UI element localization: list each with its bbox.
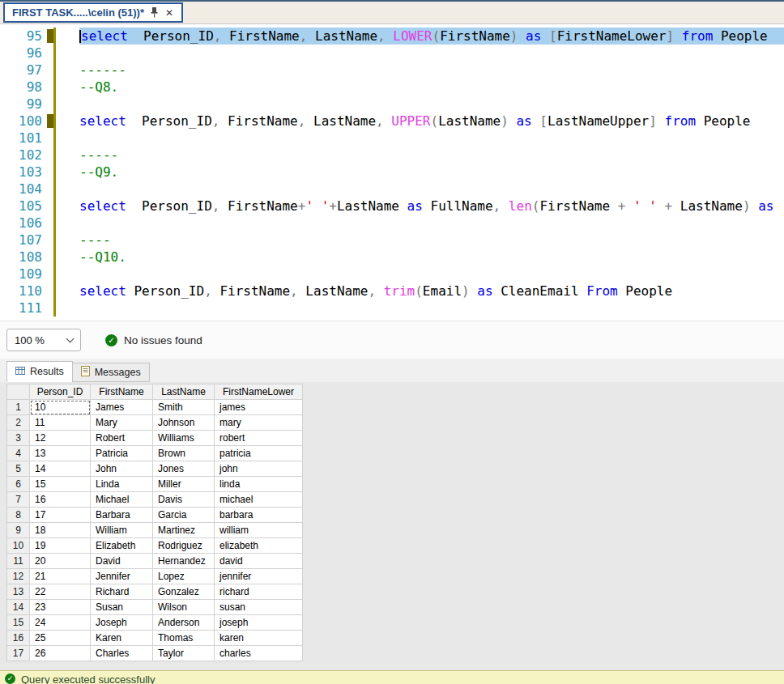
grid-cell[interactable]: 13 bbox=[30, 446, 91, 461]
row-number[interactable]: 13 bbox=[7, 584, 30, 600]
row-number[interactable]: 10 bbox=[7, 538, 30, 554]
code-editor[interactable]: 95select Person_ID, FirstName, LastName,… bbox=[0, 24, 784, 321]
grid-column-header[interactable]: Person_ID bbox=[30, 384, 91, 400]
grid-cell[interactable]: susan bbox=[215, 600, 303, 615]
row-number[interactable]: 9 bbox=[7, 523, 30, 538]
grid-cell[interactable]: John bbox=[91, 461, 153, 477]
grid-cell[interactable]: Garcia bbox=[153, 508, 215, 523]
code-line[interactable]: 101 bbox=[0, 130, 784, 147]
results-grid[interactable]: Person_IDFirstNameLastNameFirstNameLower… bbox=[6, 384, 303, 661]
grid-cell[interactable]: 12 bbox=[30, 431, 91, 446]
grid-cell[interactable]: Joseph bbox=[91, 615, 153, 631]
grid-cell[interactable]: 26 bbox=[30, 646, 91, 661]
grid-cell[interactable]: Anderson bbox=[153, 615, 215, 631]
grid-cell[interactable]: david bbox=[215, 554, 303, 569]
grid-cell[interactable]: william bbox=[215, 523, 303, 538]
code-line[interactable]: 103--Q9. bbox=[0, 164, 784, 181]
grid-cell[interactable]: linda bbox=[215, 477, 303, 492]
code-line[interactable]: 96 bbox=[0, 45, 784, 62]
grid-cell[interactable]: Martinez bbox=[153, 523, 215, 538]
grid-cell[interactable]: Susan bbox=[91, 600, 153, 615]
grid-cell[interactable]: 16 bbox=[30, 492, 91, 508]
code-line[interactable]: 107---- bbox=[0, 232, 784, 249]
grid-cell[interactable]: Barbara bbox=[91, 508, 153, 523]
code-line[interactable]: 108--Q10. bbox=[0, 249, 784, 266]
code-line[interactable]: 104 bbox=[0, 181, 784, 198]
grid-cell[interactable]: William bbox=[91, 523, 153, 538]
grid-cell[interactable]: Elizabeth bbox=[91, 538, 153, 554]
row-number[interactable]: 4 bbox=[7, 446, 30, 461]
row-number[interactable]: 7 bbox=[7, 492, 30, 508]
grid-cell[interactable]: Richard bbox=[91, 584, 153, 600]
grid-column-header[interactable]: FirstNameLower bbox=[215, 384, 303, 400]
grid-cell[interactable]: 23 bbox=[30, 600, 91, 615]
grid-cell[interactable]: 10 bbox=[30, 400, 91, 415]
grid-cell[interactable]: 14 bbox=[30, 461, 91, 477]
zoom-dropdown[interactable]: 100 % bbox=[6, 329, 81, 351]
row-number[interactable]: 8 bbox=[7, 508, 30, 523]
grid-column-header[interactable]: LastName bbox=[153, 384, 215, 400]
pin-icon[interactable] bbox=[150, 7, 159, 18]
grid-cell[interactable]: James bbox=[91, 400, 153, 415]
grid-cell[interactable]: barbara bbox=[215, 508, 303, 523]
grid-cell[interactable]: Patricia bbox=[91, 446, 153, 461]
grid-cell[interactable]: 25 bbox=[30, 631, 91, 646]
grid-cell[interactable]: Hernandez bbox=[153, 554, 215, 569]
grid-cell[interactable]: Williams bbox=[153, 431, 215, 446]
row-number[interactable]: 17 bbox=[7, 646, 30, 661]
code-line[interactable]: 111 bbox=[0, 300, 784, 317]
row-number[interactable]: 14 bbox=[7, 600, 30, 615]
grid-cell[interactable]: 22 bbox=[30, 584, 91, 600]
grid-cell[interactable]: Karen bbox=[91, 631, 153, 646]
code-line[interactable]: 97------ bbox=[0, 62, 784, 79]
row-number[interactable]: 11 bbox=[7, 554, 30, 569]
grid-cell[interactable]: 17 bbox=[30, 508, 91, 523]
grid-cell[interactable]: Wilson bbox=[153, 600, 215, 615]
grid-cell[interactable]: 20 bbox=[30, 554, 91, 569]
grid-cell[interactable]: Jones bbox=[153, 461, 215, 477]
grid-column-header[interactable]: FirstName bbox=[91, 384, 153, 400]
grid-corner[interactable] bbox=[7, 384, 30, 400]
grid-cell[interactable]: 11 bbox=[30, 415, 91, 431]
grid-cell[interactable]: Taylor bbox=[153, 646, 215, 661]
grid-cell[interactable]: mary bbox=[215, 415, 303, 431]
row-number[interactable]: 5 bbox=[7, 461, 30, 477]
code-line[interactable]: 99 bbox=[0, 96, 784, 113]
grid-cell[interactable]: richard bbox=[215, 584, 303, 600]
code-line[interactable]: 106 bbox=[0, 215, 784, 232]
grid-cell[interactable]: robert bbox=[215, 431, 303, 446]
grid-cell[interactable]: james bbox=[215, 400, 303, 415]
grid-cell[interactable]: Davis bbox=[153, 492, 215, 508]
row-number[interactable]: 1 bbox=[7, 400, 30, 415]
row-number[interactable]: 16 bbox=[7, 631, 30, 646]
code-line[interactable]: 110select Person_ID, FirstName, LastName… bbox=[0, 283, 784, 300]
grid-cell[interactable]: Linda bbox=[91, 477, 153, 492]
grid-cell[interactable]: Johnson bbox=[153, 415, 215, 431]
grid-cell[interactable]: john bbox=[215, 461, 303, 477]
grid-cell[interactable]: Brown bbox=[153, 446, 215, 461]
code-line[interactable]: 109 bbox=[0, 266, 784, 283]
grid-cell[interactable]: Rodriguez bbox=[153, 538, 215, 554]
row-number[interactable]: 12 bbox=[7, 569, 30, 584]
grid-cell[interactable]: 18 bbox=[30, 523, 91, 538]
grid-cell[interactable]: patricia bbox=[215, 446, 303, 461]
code-line[interactable]: 95select Person_ID, FirstName, LastName,… bbox=[0, 28, 784, 45]
grid-cell[interactable]: elizabeth bbox=[215, 538, 303, 554]
code-line[interactable]: 102----- bbox=[0, 147, 784, 164]
grid-cell[interactable]: 15 bbox=[30, 477, 91, 492]
grid-cell[interactable]: David bbox=[91, 554, 153, 569]
row-number[interactable]: 3 bbox=[7, 431, 30, 446]
grid-cell[interactable]: 24 bbox=[30, 615, 91, 631]
grid-cell[interactable]: Thomas bbox=[153, 631, 215, 646]
code-line[interactable]: 100select Person_ID, FirstName, LastName… bbox=[0, 113, 784, 130]
grid-cell[interactable]: 19 bbox=[30, 538, 91, 554]
code-line[interactable]: 98--Q8. bbox=[0, 79, 784, 96]
grid-cell[interactable]: Gonzalez bbox=[153, 584, 215, 600]
grid-cell[interactable]: Michael bbox=[91, 492, 153, 508]
tab-results[interactable]: Results bbox=[6, 361, 73, 382]
grid-cell[interactable]: Miller bbox=[153, 477, 215, 492]
code-line[interactable]: 105select Person_ID, FirstName+' '+LastN… bbox=[0, 198, 784, 215]
tab-messages[interactable]: Messages bbox=[72, 363, 150, 382]
grid-cell[interactable]: 21 bbox=[30, 569, 91, 584]
grid-cell[interactable]: Charles bbox=[91, 646, 153, 661]
